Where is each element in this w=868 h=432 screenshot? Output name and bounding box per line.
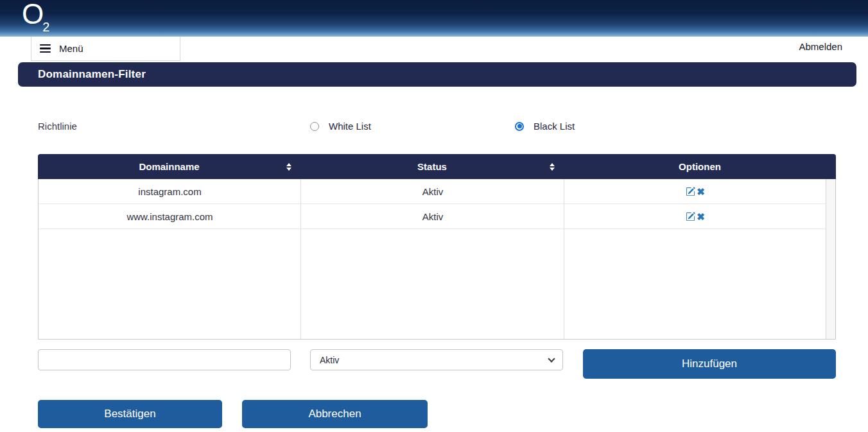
logout-link[interactable]: Abmelden — [799, 41, 842, 52]
confirm-button[interactable]: Bestätigen — [38, 400, 222, 428]
column-header-domainname-label: Domainname — [139, 161, 199, 172]
radio-white-list-circle[interactable] — [310, 122, 319, 131]
new-domain-input[interactable] — [38, 349, 291, 370]
column-header-status[interactable]: Status — [300, 154, 564, 179]
o2-logo-subscript: 2 — [42, 20, 49, 34]
status-select-wrap: Aktiv — [310, 349, 563, 370]
menu-bar: Menü Abmelden — [0, 37, 868, 62]
table-row: www.instagram.com Aktiv ✖ — [39, 204, 835, 229]
delete-icon[interactable]: ✖ — [697, 187, 705, 196]
cell-options: ✖ — [564, 186, 826, 196]
column-divider — [300, 179, 301, 339]
menu-button[interactable]: Menü — [31, 37, 180, 61]
o2-logo: O2 — [22, 0, 49, 33]
radio-black-list-circle[interactable] — [515, 122, 524, 131]
table-header-row: Domainname Status Optionen — [38, 154, 836, 179]
policy-label: Richtlinie — [38, 121, 77, 132]
menu-button-label: Menü — [59, 43, 83, 54]
table-body: instagram.com Aktiv ✖ www.instagram.com … — [39, 179, 835, 339]
column-header-domainname[interactable]: Domainname — [38, 154, 300, 179]
column-header-options-label: Optionen — [679, 161, 721, 172]
page-title: Domainnamen-Filter — [38, 68, 146, 81]
radio-black-list-label: Black List — [534, 121, 575, 132]
status-select[interactable]: Aktiv — [310, 349, 563, 370]
domain-filter-table: Domainname Status Optionen instagram.com… — [38, 154, 836, 340]
sort-arrows-icon[interactable] — [286, 163, 291, 171]
app-header: O2 — [0, 0, 868, 37]
table-scrollbar[interactable] — [826, 179, 835, 339]
page-title-bar: Domainnamen-Filter — [18, 62, 856, 87]
delete-icon[interactable]: ✖ — [697, 212, 705, 221]
radio-black-list[interactable]: Black List — [515, 121, 575, 132]
cell-status: Aktiv — [301, 186, 564, 197]
hamburger-icon — [40, 44, 51, 53]
column-header-status-label: Status — [417, 161, 447, 172]
column-header-options: Optionen — [564, 154, 836, 179]
table-row: instagram.com Aktiv ✖ — [39, 179, 835, 204]
cancel-button[interactable]: Abbrechen — [242, 400, 428, 428]
domain-filter-page: O2 Menü Abmelden Domainnamen-Filter Rich… — [0, 0, 868, 432]
cell-status: Aktiv — [301, 211, 564, 222]
cell-domainname: www.instagram.com — [39, 211, 301, 222]
sort-arrows-icon[interactable] — [550, 163, 555, 171]
cell-domainname: instagram.com — [39, 186, 301, 197]
radio-white-list[interactable]: White List — [310, 121, 371, 132]
edit-icon[interactable] — [685, 211, 695, 221]
column-divider — [564, 179, 564, 339]
edit-icon[interactable] — [685, 186, 695, 196]
o2-logo-text: O — [22, 0, 44, 30]
add-button[interactable]: Hinzufügen — [583, 349, 836, 379]
radio-white-list-label: White List — [329, 121, 371, 132]
cell-options: ✖ — [564, 211, 826, 221]
